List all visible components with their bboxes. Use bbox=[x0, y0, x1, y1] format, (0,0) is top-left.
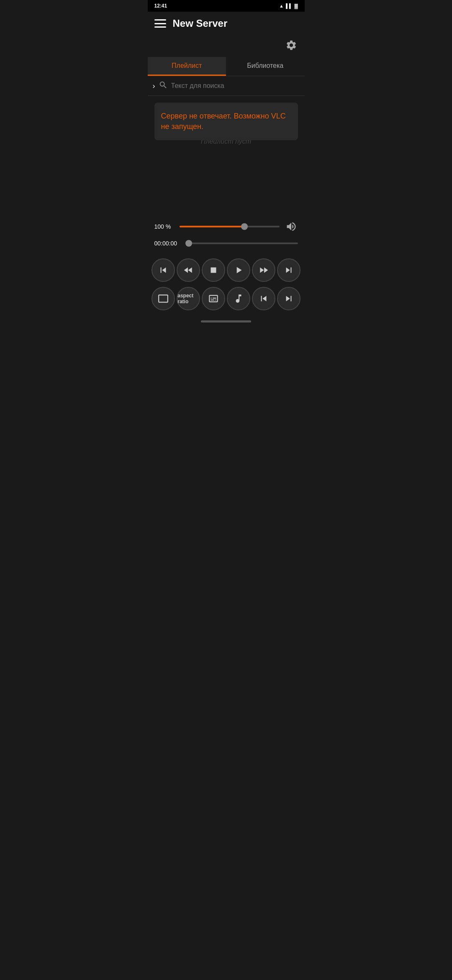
page-title: New Server bbox=[173, 18, 298, 29]
prev-track-button[interactable] bbox=[152, 258, 175, 282]
volume-percent-label: 100 % bbox=[154, 223, 175, 230]
tabs: Плейлист Библиотека bbox=[148, 57, 305, 76]
controls-row-2: aspect ratio bbox=[148, 287, 305, 317]
top-bar: New Server bbox=[148, 12, 305, 35]
controls-row-1 bbox=[148, 253, 305, 287]
screen-button[interactable] bbox=[152, 287, 175, 310]
battery-icon: ▓ bbox=[294, 3, 298, 8]
volume-area: 100 % bbox=[148, 213, 305, 237]
search-icon bbox=[159, 80, 168, 91]
volume-slider[interactable] bbox=[180, 226, 280, 227]
error-message: Сервер не отвечает. Возможно VLC не запу… bbox=[161, 112, 286, 131]
subtitles-button[interactable] bbox=[202, 287, 225, 310]
play-button[interactable] bbox=[227, 258, 250, 282]
main-content: Плейлист пуст Сервер не отвечает. Возмож… bbox=[148, 96, 305, 213]
progress-thumb bbox=[185, 240, 192, 247]
progress-slider[interactable] bbox=[189, 242, 298, 244]
aspect-ratio-label: aspect ratio bbox=[177, 293, 199, 304]
rewind-button[interactable] bbox=[177, 258, 200, 282]
search-input[interactable] bbox=[171, 82, 300, 90]
aspect-ratio-button[interactable]: aspect ratio bbox=[177, 287, 200, 310]
volume-thumb bbox=[241, 223, 248, 230]
tab-library[interactable]: Библиотека bbox=[226, 57, 305, 76]
settings-button[interactable] bbox=[285, 39, 298, 52]
status-time: 12:41 bbox=[154, 3, 167, 9]
progress-area: 00:00:00 bbox=[148, 237, 305, 253]
menu-button[interactable] bbox=[154, 19, 166, 28]
audio-track-button[interactable] bbox=[227, 287, 250, 310]
chapter-prev-button[interactable] bbox=[252, 287, 275, 310]
volume-button[interactable] bbox=[285, 220, 298, 233]
time-display: 00:00:00 bbox=[154, 240, 184, 247]
tab-playlist[interactable]: Плейлист bbox=[148, 57, 226, 76]
status-icons: ▲ ▌▌ ▓ bbox=[279, 3, 298, 8]
chapter-next-button[interactable] bbox=[277, 287, 300, 310]
search-arrow-icon: › bbox=[153, 82, 155, 90]
status-bar: 12:41 ▲ ▌▌ ▓ bbox=[148, 0, 305, 12]
next-track-button[interactable] bbox=[277, 258, 300, 282]
search-bar: › bbox=[148, 76, 305, 96]
home-indicator bbox=[201, 320, 251, 322]
volume-fill bbox=[180, 226, 244, 227]
signal-icon: ▌▌ bbox=[286, 3, 293, 8]
stop-button[interactable] bbox=[202, 258, 225, 282]
wifi-icon: ▲ bbox=[279, 3, 284, 8]
error-card: Сервер не отвечает. Возможно VLC не запу… bbox=[154, 103, 298, 140]
fast-forward-button[interactable] bbox=[252, 258, 275, 282]
settings-area bbox=[148, 35, 305, 57]
